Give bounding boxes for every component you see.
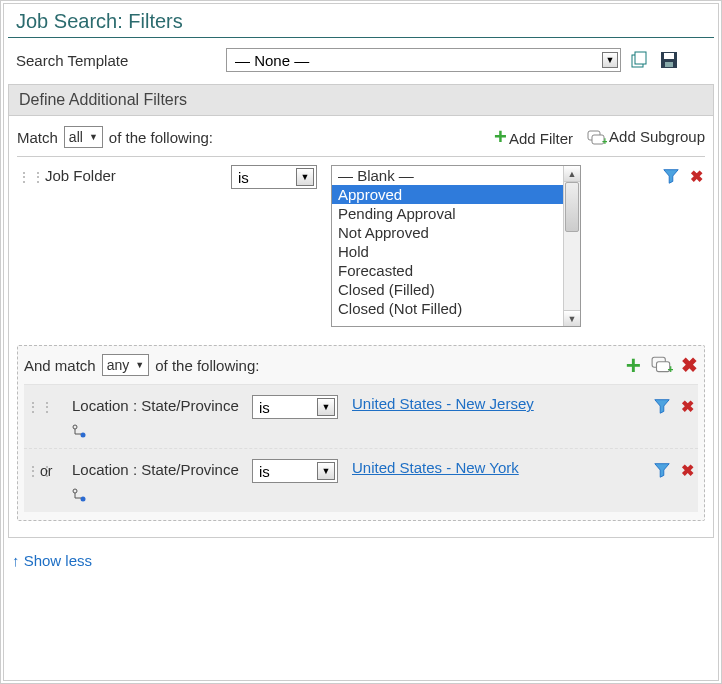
scroll-down-icon[interactable]: ▼: [564, 310, 580, 326]
title-rule: [8, 37, 714, 38]
plus-icon: +: [494, 124, 507, 149]
add-filter-button[interactable]: +Add Filter: [494, 126, 573, 148]
scroll-thumb[interactable]: [565, 182, 579, 232]
svg-rect-3: [664, 53, 674, 59]
drag-handle-icon[interactable]: ⋮⋮: [26, 459, 40, 479]
filter-field-label: Location : State/Province: [72, 395, 252, 438]
svg-point-12: [81, 433, 86, 438]
listbox-option[interactable]: Closed (Not Filled): [332, 299, 580, 318]
match-mode-value: all: [69, 129, 83, 145]
listbox-option[interactable]: Approved: [332, 185, 580, 204]
hierarchy-icon[interactable]: [72, 424, 252, 438]
chevron-down-icon: ▼: [296, 168, 314, 186]
section-heading: Define Additional Filters: [8, 84, 714, 116]
remove-filter-button[interactable]: ✖: [690, 167, 703, 186]
svg-point-13: [73, 489, 77, 493]
subgroup-filter-row: ⋮⋮orLocation : State/Provinceis▼United S…: [24, 448, 698, 512]
add-subgroup-label: Add Subgroup: [609, 128, 705, 145]
chevron-down-icon: ▼: [89, 132, 98, 142]
svg-point-14: [81, 497, 86, 502]
subgroup-mode-value: any: [107, 357, 130, 373]
search-template-label: Search Template: [16, 52, 226, 69]
subgroup-icon: +: [587, 130, 607, 146]
add-subfilter-button[interactable]: +: [626, 352, 641, 378]
page-title: Job Search: Filters: [4, 4, 718, 37]
svg-text:+: +: [602, 136, 607, 146]
scrollbar[interactable]: ▲▼: [563, 166, 580, 326]
operator-value: is: [259, 399, 270, 416]
filter-value-link[interactable]: United States - New York: [352, 459, 519, 476]
subgroup-mode-select[interactable]: any ▼: [102, 354, 150, 376]
filter-row: ⋮⋮ Job Folder is ▼ — Blank —ApprovedPend…: [17, 157, 705, 327]
add-nested-subgroup-button[interactable]: +: [651, 356, 673, 374]
operator-select[interactable]: is▼: [252, 395, 338, 419]
show-less-toggle[interactable]: ↑ Show less: [4, 538, 718, 583]
chevron-down-icon: ▼: [135, 360, 144, 370]
remove-filter-button[interactable]: ✖: [681, 461, 694, 480]
filter-value-link[interactable]: United States - New Jersey: [352, 395, 534, 412]
operator-select[interactable]: is▼: [252, 459, 338, 483]
filter-icon[interactable]: [662, 167, 680, 185]
search-template-select[interactable]: — None — ▼: [226, 48, 621, 72]
remove-subgroup-button[interactable]: ✖: [681, 353, 698, 377]
copy-template-button[interactable]: [627, 48, 651, 72]
listbox-option[interactable]: Forecasted: [332, 261, 580, 280]
drag-handle-icon[interactable]: ⋮⋮: [26, 395, 40, 415]
filter-subgroup: And match any ▼ of the following: + + ✖: [17, 345, 705, 521]
add-subgroup-button[interactable]: +Add Subgroup: [587, 128, 705, 146]
filter-field-label: Job Folder: [31, 165, 231, 184]
filter-field-label: Location : State/Province: [72, 459, 252, 502]
arrow-up-icon: ↑: [12, 552, 24, 569]
subgroup-filter-row: ⋮⋮Location : State/Provinceis▼United Sta…: [24, 385, 698, 448]
conjunction-label: or: [40, 459, 72, 479]
listbox-option[interactable]: — Blank —: [332, 166, 580, 185]
match-suffix: of the following:: [109, 129, 213, 146]
match-prefix: Match: [17, 129, 58, 146]
svg-point-11: [73, 425, 77, 429]
search-template-value: — None —: [235, 52, 309, 69]
operator-value: is: [238, 169, 249, 186]
chevron-down-icon: ▼: [602, 52, 618, 68]
value-listbox[interactable]: — Blank —ApprovedPending ApprovalNot App…: [331, 165, 581, 327]
operator-value: is: [259, 463, 270, 480]
svg-rect-1: [635, 52, 646, 64]
filter-icon[interactable]: [653, 461, 671, 479]
listbox-option[interactable]: Not Approved: [332, 223, 580, 242]
remove-filter-button[interactable]: ✖: [681, 397, 694, 416]
save-template-button[interactable]: [657, 48, 681, 72]
show-less-label: Show less: [24, 552, 92, 569]
conjunction-label: [40, 395, 72, 399]
add-filter-label: Add Filter: [509, 130, 573, 147]
filter-icon[interactable]: [653, 397, 671, 415]
listbox-option[interactable]: Pending Approval: [332, 204, 580, 223]
listbox-option[interactable]: Closed (Filled): [332, 280, 580, 299]
listbox-option[interactable]: Hold: [332, 242, 580, 261]
hierarchy-icon[interactable]: [72, 488, 252, 502]
svg-rect-4: [665, 62, 673, 67]
operator-select[interactable]: is ▼: [231, 165, 317, 189]
match-mode-select[interactable]: all ▼: [64, 126, 103, 148]
svg-text:+: +: [668, 363, 674, 374]
subgroup-suffix: of the following:: [155, 357, 259, 374]
subgroup-prefix: And match: [24, 357, 96, 374]
drag-handle-icon[interactable]: ⋮⋮: [17, 165, 31, 185]
chevron-down-icon: ▼: [317, 462, 335, 480]
scroll-up-icon[interactable]: ▲: [564, 166, 580, 182]
chevron-down-icon: ▼: [317, 398, 335, 416]
